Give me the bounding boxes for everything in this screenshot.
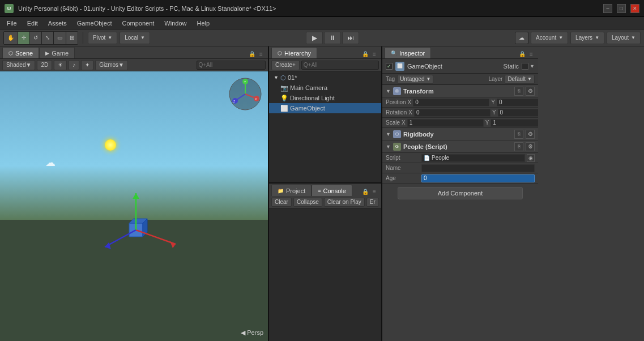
audio-button[interactable]: ♪ xyxy=(69,60,79,70)
rotation-y-input[interactable] xyxy=(498,109,538,117)
game-tab[interactable]: ▶ Game xyxy=(39,47,75,58)
hierarchy-item-main-camera[interactable]: 📷 Main Camera xyxy=(269,83,381,93)
orientation-gizmo[interactable]: Y X Z xyxy=(228,77,262,111)
hierarchy-tab[interactable]: ⬡ Hierarchy xyxy=(271,47,317,58)
clear-button[interactable]: Clear xyxy=(271,198,292,207)
middle-panel: ⬡ Hierarchy 🔒 ≡ Create+ ▼ ⬡ 01* xyxy=(269,46,382,341)
tag-layer-row: Tag Untagged▼ Layer Default▼ xyxy=(382,74,538,85)
transform-copy-btn[interactable]: ⎘ xyxy=(514,87,523,96)
svg-line-7 xyxy=(105,230,136,247)
inspector-menu-icon[interactable]: ≡ xyxy=(527,49,536,58)
account-dropdown[interactable]: Account▼ xyxy=(531,32,568,44)
script-object-picker[interactable]: ◉ xyxy=(527,154,535,162)
scene-menu-icon[interactable]: ≡ xyxy=(257,49,266,58)
tag-label: Tag xyxy=(386,76,395,82)
pos-y-label: Y xyxy=(491,99,495,105)
rotate-tool[interactable]: ↺ xyxy=(30,32,42,44)
gameobject-active-checkbox[interactable]: ✓ xyxy=(386,63,393,70)
create-button[interactable]: Create+ xyxy=(271,60,300,70)
clear-on-play-button[interactable]: Clear on Play xyxy=(324,198,365,207)
hierarchy-item-directional-light[interactable]: 💡 Directional Light xyxy=(269,93,381,103)
add-component-button[interactable]: Add Component xyxy=(398,187,522,199)
position-x-input[interactable] xyxy=(413,99,489,106)
rect-tool[interactable]: ▭ xyxy=(54,32,66,44)
tag-dropdown[interactable]: Untagged▼ xyxy=(397,75,433,84)
lighting-button[interactable]: ☀ xyxy=(54,60,67,70)
scene-lock-icon[interactable]: 🔒 xyxy=(248,49,257,58)
rigidbody-icon: ⬡ xyxy=(393,130,401,138)
scene-search[interactable] xyxy=(197,61,266,70)
people-settings-btn[interactable]: ⚙ xyxy=(526,142,535,151)
bottom-menu-icon[interactable]: ≡ xyxy=(370,187,379,196)
script-row: Script 📄 People ◉ xyxy=(382,153,538,163)
menu-gameobject[interactable]: GameObject xyxy=(72,19,117,28)
hierarchy-tab-bar: ⬡ Hierarchy 🔒 ≡ xyxy=(269,46,381,59)
people-copy-btn[interactable]: ⎘ xyxy=(514,142,523,151)
hierarchy-root-item[interactable]: ▼ ⬡ 01* xyxy=(269,73,381,83)
add-component-row: Add Component xyxy=(382,184,538,203)
hierarchy-lock-icon[interactable]: 🔒 xyxy=(361,49,370,58)
cloud-button[interactable]: ☁ xyxy=(515,32,528,44)
local-dropdown[interactable]: Local▼ xyxy=(120,32,150,44)
rigidbody-settings-btn[interactable]: ⚙ xyxy=(526,130,535,139)
pivot-dropdown[interactable]: Pivot▼ xyxy=(88,32,117,44)
step-button[interactable]: ⏭ xyxy=(342,32,359,44)
maximize-button[interactable]: □ xyxy=(617,4,626,13)
scene-tab[interactable]: ⬡ Scene xyxy=(2,47,39,58)
cloud-decoration: ☁ xyxy=(45,156,56,169)
console-tab[interactable]: ≡ Console xyxy=(312,185,352,196)
inspector-lock-icon[interactable]: 🔒 xyxy=(518,49,527,58)
bottom-lock-icon[interactable]: 🔒 xyxy=(361,187,370,196)
transform-tool[interactable]: ⊞ xyxy=(66,32,78,44)
collapse-button[interactable]: Collapse xyxy=(293,198,322,207)
close-button[interactable]: ✕ xyxy=(630,4,639,13)
layer-dropdown[interactable]: Default▼ xyxy=(505,75,535,84)
scale-x-input[interactable] xyxy=(407,119,484,127)
minimize-button[interactable]: – xyxy=(603,4,612,13)
scale-row: Scale X Y Z xyxy=(382,118,538,128)
menu-component[interactable]: Component xyxy=(117,19,159,28)
rotation-x-input[interactable] xyxy=(414,109,491,117)
console-toolbar: Clear Collapse Clear on Play Er xyxy=(269,196,381,208)
layout-dropdown[interactable]: Layout▼ xyxy=(607,32,641,44)
position-y-input[interactable] xyxy=(497,99,538,106)
scene-view[interactable]: ☁ xyxy=(0,71,268,341)
hierarchy-menu-icon[interactable]: ≡ xyxy=(370,49,379,58)
rigidbody-name: Rigidbody xyxy=(403,131,512,138)
hierarchy-item-gameobject[interactable]: ⬜ GameObject xyxy=(269,103,381,113)
effects-button[interactable]: ✦ xyxy=(81,60,93,70)
layers-dropdown[interactable]: Layers▼ xyxy=(570,32,604,44)
menu-edit[interactable]: Edit xyxy=(23,19,42,28)
main-toolbar: ✋ ✛ ↺ ⤡ ▭ ⊞ Pivot▼ Local▼ ▶ ⏸ ⏭ ☁ Accoun… xyxy=(0,29,644,46)
error-pause-button[interactable]: Er xyxy=(366,198,379,207)
rigidbody-header[interactable]: ▼ ⬡ Rigidbody ⎘ ⚙ xyxy=(382,128,538,140)
gizmos-dropdown[interactable]: Gizmos ▼ xyxy=(95,60,128,70)
people-script-header[interactable]: ▼ G People (Script) ⎘ ⚙ xyxy=(382,140,538,153)
menu-window[interactable]: Window xyxy=(160,19,191,28)
play-button[interactable]: ▶ xyxy=(306,32,323,44)
menu-help[interactable]: Help xyxy=(192,19,214,28)
inspector-tab[interactable]: 🔍 Inspector xyxy=(385,47,431,58)
transform-header[interactable]: ▼ ⊞ Transform ⎘ ⚙ xyxy=(382,85,538,97)
static-checkbox[interactable] xyxy=(522,63,528,70)
age-value-input[interactable] xyxy=(421,174,535,182)
project-tab[interactable]: 📁 Project xyxy=(271,185,312,196)
scale-y-input[interactable] xyxy=(491,119,538,127)
inspector-panel: 🔍 Inspector 🔒 ≡ ✓ ⬜ GameObject Static ▼ … xyxy=(382,46,538,341)
hierarchy-search[interactable] xyxy=(301,61,379,70)
hierarchy-panel: ⬡ Hierarchy 🔒 ≡ Create+ ▼ ⬡ 01* xyxy=(269,46,381,182)
transform-settings-btn[interactable]: ⚙ xyxy=(526,87,535,96)
2d-button[interactable]: 2D xyxy=(37,60,52,70)
static-dropdown-arrow[interactable]: ▼ xyxy=(530,63,535,69)
rigidbody-copy-btn[interactable]: ⎘ xyxy=(514,130,523,139)
directional-light-gizmo xyxy=(105,139,116,151)
menu-assets[interactable]: Assets xyxy=(44,19,71,28)
move-tool[interactable]: ✛ xyxy=(18,32,30,44)
scale-tool[interactable]: ⤡ xyxy=(42,32,54,44)
gameobject-name-field[interactable]: GameObject xyxy=(407,63,501,70)
shaded-dropdown[interactable]: Shaded ▼ xyxy=(2,60,35,70)
menu-file[interactable]: File xyxy=(2,19,22,28)
pause-button[interactable]: ⏸ xyxy=(324,32,341,44)
name-value-input[interactable] xyxy=(421,164,535,172)
hand-tool[interactable]: ✋ xyxy=(4,32,18,44)
